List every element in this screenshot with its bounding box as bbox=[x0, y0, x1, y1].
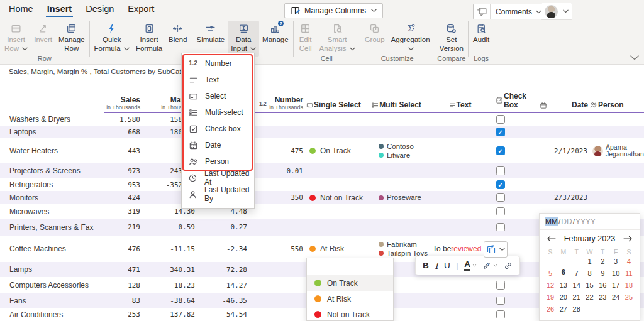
cell-number[interactable] bbox=[250, 308, 306, 321]
calendar-day[interactable]: 10 bbox=[609, 268, 622, 280]
cell-single-select[interactable]: On Track bbox=[306, 138, 364, 163]
cell-date[interactable] bbox=[535, 178, 590, 191]
calendar-day[interactable]: 28 bbox=[570, 303, 583, 315]
cell-number[interactable] bbox=[250, 178, 306, 191]
bold-button[interactable]: B bbox=[423, 261, 429, 270]
arrow-left-icon[interactable] bbox=[547, 236, 556, 242]
cell-text[interactable] bbox=[430, 308, 491, 321]
menu-item-check-box[interactable]: Check box bbox=[182, 121, 254, 137]
arrow-right-icon[interactable] bbox=[623, 236, 632, 242]
cell-single-select[interactable] bbox=[306, 219, 364, 236]
cell-sales[interactable]: 253 bbox=[104, 308, 143, 321]
cell-margin[interactable]: 340.31 bbox=[143, 262, 198, 277]
cell-date[interactable] bbox=[535, 126, 590, 138]
calendar-day[interactable]: 18 bbox=[623, 280, 635, 291]
cell-number[interactable] bbox=[250, 219, 306, 236]
underline-button[interactable]: U bbox=[444, 261, 450, 270]
calendar-day[interactable]: 22 bbox=[583, 291, 596, 303]
cell-sales[interactable]: 424 bbox=[104, 191, 143, 204]
option-at-risk[interactable]: At Risk bbox=[307, 291, 393, 307]
cell-person[interactable]: Aparna Jegannathan bbox=[590, 138, 644, 163]
checkbox-unchecked[interactable] bbox=[496, 281, 505, 290]
menu-item-multi-select[interactable]: Multi-select bbox=[182, 104, 254, 121]
calendar-day[interactable]: 14 bbox=[570, 280, 583, 291]
cell-checkbox[interactable] bbox=[491, 204, 535, 219]
cell-multi-select[interactable] bbox=[364, 126, 430, 138]
cell-text[interactable] bbox=[430, 163, 491, 178]
menu-item-last-updated-at[interactable]: Last Updated At bbox=[182, 170, 254, 186]
tab-insert[interactable]: Insert bbox=[46, 4, 74, 17]
cell-number[interactable] bbox=[250, 277, 306, 293]
calendar-day[interactable]: 13 bbox=[557, 280, 570, 291]
cell-person[interactable] bbox=[590, 113, 644, 126]
collapse-ribbon-button[interactable] bbox=[630, 55, 639, 60]
cell-multi-select[interactable] bbox=[364, 163, 430, 178]
menu-item-number[interactable]: 1.2Number bbox=[182, 55, 254, 72]
account-menu-button[interactable] bbox=[541, 3, 572, 20]
cell-text[interactable] bbox=[430, 219, 491, 236]
cell-text[interactable] bbox=[430, 113, 491, 126]
cell-single-select[interactable] bbox=[306, 163, 364, 178]
cell-margin_pct[interactable]: 72.28 bbox=[198, 262, 250, 277]
cell-single-select[interactable]: Not on Track bbox=[306, 191, 364, 204]
checkbox-unchecked[interactable] bbox=[496, 297, 505, 305]
calendar-day[interactable]: 20 bbox=[557, 291, 570, 303]
cell-checkbox[interactable]: ✓ bbox=[491, 178, 535, 191]
link-button[interactable] bbox=[504, 261, 513, 270]
calendar-day[interactable]: 21 bbox=[570, 291, 583, 303]
calendar-day[interactable]: 4 bbox=[623, 256, 635, 268]
cell-multi-select[interactable] bbox=[364, 204, 430, 219]
cell-text[interactable] bbox=[430, 138, 491, 163]
audit-button[interactable]: Audit bbox=[470, 21, 492, 53]
cell-multi-select[interactable]: ContosoLitware bbox=[364, 138, 430, 163]
calendar-day[interactable]: 5 bbox=[544, 268, 557, 280]
cell-single-select[interactable] bbox=[306, 113, 364, 126]
column-header-text[interactable]: Text bbox=[430, 92, 491, 113]
calendar-day[interactable]: 2 bbox=[596, 256, 609, 268]
font-color-button[interactable]: A bbox=[464, 260, 477, 270]
calendar-day[interactable]: 26 bbox=[544, 303, 557, 315]
tab-design[interactable]: Design bbox=[84, 4, 115, 17]
cell-margin[interactable]: -11.15 bbox=[143, 236, 198, 262]
column-header-date[interactable]: Date bbox=[535, 92, 590, 113]
cell-margin_pct[interactable]: -14.27 bbox=[198, 277, 250, 293]
checkbox-unchecked[interactable] bbox=[496, 207, 505, 216]
calendar-day[interactable]: 16 bbox=[596, 280, 609, 291]
menu-item-date[interactable]: Date bbox=[182, 137, 254, 153]
cell-number[interactable] bbox=[250, 126, 306, 138]
cell-text[interactable] bbox=[430, 126, 491, 138]
cell-margin_pct[interactable]: 54.54 bbox=[198, 308, 250, 321]
cell-number[interactable] bbox=[250, 293, 306, 308]
cell-text[interactable] bbox=[430, 293, 491, 308]
cell-date[interactable]: 2/1/2023 bbox=[535, 138, 590, 163]
cell-text[interactable] bbox=[430, 178, 491, 191]
cell-person[interactable] bbox=[590, 191, 644, 204]
cell-checkbox[interactable] bbox=[491, 219, 535, 236]
cell-text[interactable] bbox=[430, 191, 491, 204]
date-segment[interactable]: DD bbox=[561, 217, 572, 226]
calendar-day[interactable]: 1 bbox=[583, 256, 596, 268]
insert-formula-button[interactable]: InsertFormula bbox=[133, 21, 165, 57]
column-header-number[interactable]: 1.2Numberin Thousands bbox=[250, 92, 306, 113]
cell-sales[interactable]: 973 bbox=[104, 163, 143, 178]
highlight-button[interactable] bbox=[482, 261, 497, 270]
cell-text[interactable] bbox=[430, 277, 491, 293]
checkbox-unchecked[interactable] bbox=[496, 115, 505, 124]
cell-sales[interactable]: 128 bbox=[104, 277, 143, 293]
calendar-day[interactable]: 24 bbox=[609, 291, 622, 303]
tab-export[interactable]: Export bbox=[126, 4, 155, 17]
cell-sales[interactable]: 319 bbox=[104, 204, 143, 219]
data-input-button[interactable]: DataInput bbox=[228, 21, 259, 57]
cell-number[interactable] bbox=[250, 262, 306, 277]
option-not-on-track[interactable]: Not on Track bbox=[307, 307, 393, 321]
cell-single-select[interactable] bbox=[306, 126, 364, 138]
set-version-button[interactable]: SetVersion bbox=[436, 21, 467, 53]
checkbox-unchecked[interactable] bbox=[496, 310, 505, 319]
calendar-day[interactable]: 11 bbox=[623, 268, 635, 280]
cell-sales[interactable]: 83 bbox=[104, 293, 143, 308]
cell-multi-select[interactable] bbox=[364, 219, 430, 236]
calendar-day[interactable]: 8 bbox=[583, 268, 596, 280]
cell-checkbox[interactable]: ✓ bbox=[491, 126, 535, 138]
blend-button[interactable]: Blend bbox=[165, 21, 190, 57]
cell-text[interactable] bbox=[430, 204, 491, 219]
